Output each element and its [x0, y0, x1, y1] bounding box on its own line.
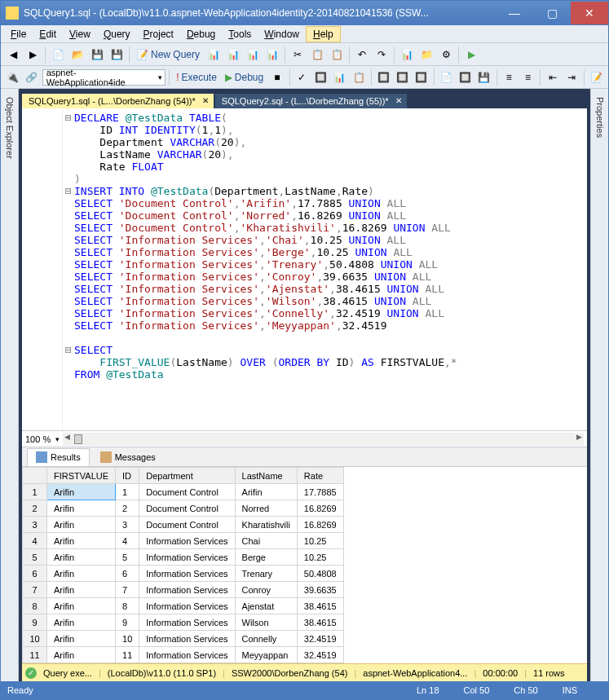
close-tab-icon[interactable]: ✕ — [202, 96, 209, 105]
cell[interactable]: Arifin — [47, 533, 116, 549]
cell[interactable]: Arifin — [47, 549, 116, 566]
decrease-indent-icon[interactable]: ⇤ — [544, 68, 561, 86]
cell[interactable]: 17.7885 — [297, 484, 343, 500]
properties-icon[interactable]: ⚙ — [437, 46, 455, 64]
cell[interactable]: 10.25 — [297, 549, 343, 566]
new-query-button[interactable]: 📝 New Query — [133, 49, 203, 60]
cell[interactable]: Information Services — [139, 533, 235, 549]
menu-project[interactable]: Project — [137, 27, 180, 42]
horizontal-scrollbar[interactable] — [63, 433, 584, 446]
nav-forward-icon[interactable]: ▶ — [24, 46, 42, 64]
zoom-level[interactable]: 100 % — [25, 434, 51, 444]
table-row[interactable]: 1Arifin1Document ControlArifin17.7885 — [23, 484, 344, 500]
cell[interactable]: 4 — [116, 533, 139, 549]
cell[interactable]: Document Control — [139, 484, 235, 500]
table-row[interactable]: 9Arifin9Information ServicesWilson38.461… — [23, 614, 344, 631]
open-icon[interactable]: 📂 — [68, 46, 86, 64]
col-header[interactable]: ID — [116, 468, 139, 484]
cell[interactable]: Kharatishvili — [235, 517, 297, 533]
cut-icon[interactable]: ✂ — [289, 46, 307, 64]
cell[interactable]: Norred — [235, 500, 297, 517]
table-row[interactable]: 4Arifin4Information ServicesChai10.25 — [23, 533, 344, 549]
specify-values-icon[interactable]: 📝 — [588, 68, 605, 86]
cell[interactable]: 6 — [23, 566, 47, 582]
xmla-query-icon[interactable]: 📊 — [263, 46, 281, 64]
menu-debug[interactable]: Debug — [180, 27, 222, 42]
new-project-icon[interactable]: 📄 — [49, 46, 67, 64]
cell[interactable]: Information Services — [139, 598, 235, 614]
nav-back-icon[interactable]: ◀ — [4, 46, 22, 64]
cell[interactable]: Conroy — [235, 582, 297, 598]
cell[interactable]: Information Services — [139, 566, 235, 582]
cell[interactable]: Document Control — [139, 500, 235, 517]
col-header[interactable]: Department — [139, 468, 235, 484]
cell[interactable]: Arifin — [47, 566, 116, 582]
menu-edit[interactable]: Edit — [33, 27, 63, 42]
debug-button[interactable]: ▶ Debug — [222, 72, 267, 83]
cell[interactable]: Information Services — [139, 582, 235, 598]
redo-icon[interactable]: ↷ — [373, 46, 391, 64]
cell[interactable]: 16.8269 — [297, 517, 343, 533]
cell[interactable]: 38.4615 — [297, 598, 343, 614]
cell[interactable]: Chai — [235, 533, 297, 549]
tab-results[interactable]: Results — [27, 448, 90, 466]
cell[interactable]: 32.4519 — [297, 647, 343, 663]
close-button[interactable]: ✕ — [571, 2, 608, 24]
cell[interactable]: 8 — [116, 598, 139, 614]
cell[interactable]: Arifin — [47, 614, 116, 631]
code-editor[interactable]: ⊟ ⊟ ⊟ DECLARE @TestData TABLE( ID INT ID… — [22, 108, 587, 430]
sql-code[interactable]: DECLARE @TestData TABLE( ID INT IDENTITY… — [74, 108, 587, 430]
cell[interactable]: Document Control — [139, 517, 235, 533]
cell[interactable]: 5 — [23, 549, 47, 566]
cell[interactable]: 1 — [23, 484, 47, 500]
include-plan-icon[interactable]: 🔲 — [375, 68, 392, 86]
query-options-icon[interactable]: 📊 — [331, 68, 348, 86]
cell[interactable]: Information Services — [139, 549, 235, 566]
analysis-query-icon[interactable]: 📊 — [224, 46, 242, 64]
copy-icon[interactable]: 📋 — [308, 46, 326, 64]
table-row[interactable]: 10Arifin10Information ServicesConnelly32… — [23, 631, 344, 647]
col-header[interactable]: Rate — [297, 468, 343, 484]
change-connection-icon[interactable]: 🔗 — [23, 68, 40, 86]
menu-query[interactable]: Query — [97, 27, 137, 42]
col-header[interactable]: FIRSTVALUE — [47, 468, 116, 484]
execute-button[interactable]: ! Execute — [173, 72, 220, 83]
cell[interactable]: Trenary — [235, 566, 297, 582]
menu-window[interactable]: Window — [258, 27, 306, 42]
table-row[interactable]: 11Arifin11Information ServicesMeyyappan3… — [23, 647, 344, 663]
tab-sqlquery2[interactable]: SQLQuery2.sql - (L...\DorbenZhang (55))*… — [215, 94, 407, 108]
cell[interactable]: 10 — [23, 631, 47, 647]
cell[interactable]: Arifin — [47, 582, 116, 598]
cell[interactable]: Arifin — [235, 484, 297, 500]
cell[interactable]: Berge — [235, 549, 297, 566]
minimize-button[interactable]: — — [496, 2, 533, 24]
col-header[interactable] — [23, 468, 47, 484]
display-plan-icon[interactable]: 🔲 — [312, 68, 329, 86]
undo-icon[interactable]: ↶ — [353, 46, 371, 64]
cell[interactable]: Arifin — [47, 598, 116, 614]
cell[interactable]: 50.4808 — [297, 566, 343, 582]
menu-file[interactable]: File — [4, 27, 33, 42]
cell[interactable]: 10.25 — [297, 533, 343, 549]
cell[interactable]: 9 — [23, 614, 47, 631]
cell[interactable]: Arifin — [47, 631, 116, 647]
cell[interactable]: Information Services — [139, 631, 235, 647]
cell[interactable]: 7 — [23, 582, 47, 598]
uncomment-icon[interactable]: ≡ — [519, 68, 536, 86]
sqlcmd-icon[interactable]: 🔲 — [413, 68, 430, 86]
table-row[interactable]: 7Arifin7Information ServicesConroy39.663… — [23, 582, 344, 598]
cell[interactable]: Arifin — [47, 500, 116, 517]
table-row[interactable]: 8Arifin8Information ServicesAjenstat38.4… — [23, 598, 344, 614]
cell[interactable]: Ajenstat — [235, 598, 297, 614]
results-grid[interactable]: FIRSTVALUEIDDepartmentLastNameRate1Arifi… — [22, 466, 587, 663]
cell[interactable]: 8 — [23, 598, 47, 614]
continue-icon[interactable]: ▶ — [462, 46, 480, 64]
cell[interactable]: 5 — [116, 549, 139, 566]
save-icon[interactable]: 💾 — [88, 46, 106, 64]
table-row[interactable]: 5Arifin5Information ServicesBerge10.25 — [23, 549, 344, 566]
cell[interactable]: Information Services — [139, 647, 235, 663]
cell[interactable]: Arifin — [47, 517, 116, 533]
tab-messages[interactable]: Messages — [91, 448, 165, 466]
cell[interactable]: Arifin — [47, 647, 116, 663]
table-row[interactable]: 2Arifin2Document ControlNorred16.8269 — [23, 500, 344, 517]
